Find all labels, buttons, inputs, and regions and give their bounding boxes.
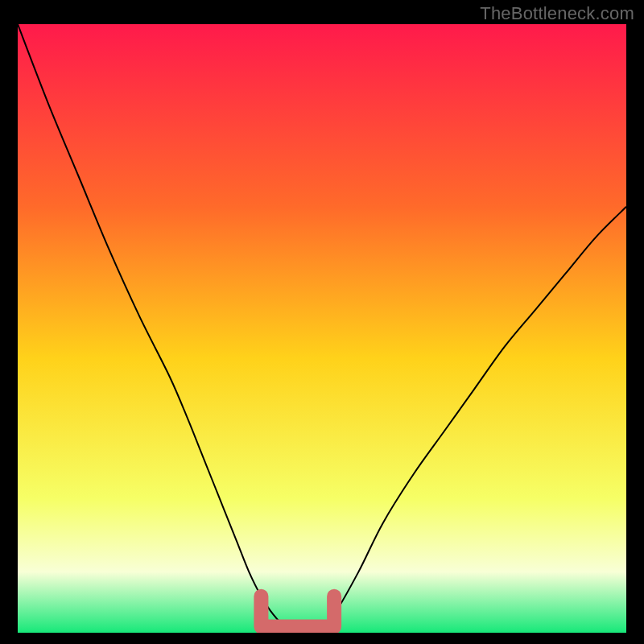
chart-frame: TheBottleneck.com (0, 0, 644, 644)
watermark-text: TheBottleneck.com (480, 3, 634, 24)
plot-area (18, 24, 626, 633)
gradient-background (18, 24, 626, 633)
bottleneck-chart (18, 24, 626, 633)
